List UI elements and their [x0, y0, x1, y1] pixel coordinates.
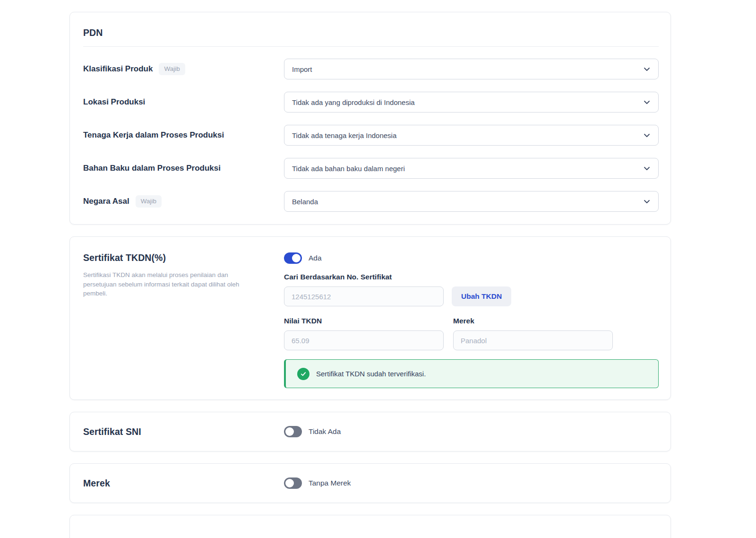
ubah-tkdn-button[interactable]: Ubah TKDN: [452, 286, 511, 306]
sni-toggle-label: Tidak Ada: [309, 427, 341, 436]
select-value: Belanda: [292, 198, 318, 206]
tkdn-description: Sertifikasi TKDN akan melalui proses pen…: [83, 270, 260, 298]
wajib-badge: Wajib: [159, 63, 185, 75]
toggle-knob: [285, 427, 294, 436]
pdn-section-title: PDN: [83, 27, 659, 38]
lokasi-produksi-label: Lokasi Produksi: [83, 97, 145, 107]
select-value: Tidak ada yang diproduksi di Indonesia: [292, 98, 415, 106]
form-row-bahan-baku: Bahan Baku dalam Proses Produksi Tidak a…: [83, 158, 659, 179]
form-row-negara-asal: Negara Asal Wajib Belanda: [83, 191, 659, 212]
field-label-group: Klasifikasi Produk Wajib: [83, 63, 284, 75]
toggle-knob: [292, 254, 301, 262]
check-circle-icon: [297, 368, 309, 380]
tkdn-toggle[interactable]: [284, 252, 302, 264]
product-form-page: PDN Klasifikasi Produk Wajib Import Loka…: [69, 0, 671, 538]
wajib-badge: Wajib: [136, 195, 162, 208]
form-row-klasifikasi-produk: Klasifikasi Produk Wajib Import: [83, 59, 659, 79]
chevron-down-icon: [643, 165, 651, 172]
merek-label: Merek: [453, 317, 613, 325]
sni-toggle[interactable]: [284, 426, 302, 437]
bahan-baku-label: Bahan Baku dalam Proses Produksi: [83, 164, 221, 173]
select-value: Import: [292, 65, 312, 73]
tkdn-verified-banner: Sertifikat TKDN sudah terverifikasi.: [284, 359, 659, 388]
klasifikasi-produk-label: Klasifikasi Produk: [83, 64, 153, 74]
klasifikasi-produk-select[interactable]: Import: [284, 59, 659, 79]
negara-asal-label: Negara Asal: [83, 197, 129, 206]
merek-title-column: Merek: [83, 478, 284, 489]
merek-field: Merek: [453, 317, 613, 350]
nilai-tkdn-label: Nilai TKDN: [284, 317, 444, 325]
merek-toggle[interactable]: [284, 477, 302, 489]
informasi-section-card: Informasi: [69, 515, 671, 538]
tkdn-section-card: Sertifikat TKDN(%) Sertifikasi TKDN akan…: [69, 236, 671, 400]
select-value: Tidak ada tenaga kerja Indonesia: [292, 131, 396, 139]
search-certificate-label: Cari Berdasarkan No. Sertifikat: [284, 273, 659, 281]
tkdn-toggle-label: Ada: [309, 254, 322, 262]
toggle-knob: [285, 479, 294, 487]
field-label-group: Tenaga Kerja dalam Proses Produksi: [83, 130, 284, 140]
nilai-tkdn-field: Nilai TKDN: [284, 317, 444, 350]
nilai-tkdn-input[interactable]: [284, 330, 444, 350]
bahan-baku-select[interactable]: Tidak ada bahan baku dalam negeri: [284, 158, 659, 179]
section-divider: [83, 46, 659, 47]
chevron-down-icon: [643, 198, 651, 205]
tenaga-kerja-select[interactable]: Tidak ada tenaga kerja Indonesia: [284, 125, 659, 146]
merek-input[interactable]: [453, 330, 613, 350]
sni-title-column: Sertifikat SNI: [83, 426, 284, 437]
merek-section-card: Merek Tanpa Merek: [69, 463, 671, 503]
tkdn-verified-message: Sertifikat TKDN sudah terverifikasi.: [316, 370, 426, 378]
chevron-down-icon: [643, 65, 651, 73]
tkdn-detail-fields: Nilai TKDN Merek: [284, 317, 659, 350]
tenaga-kerja-label: Tenaga Kerja dalam Proses Produksi: [83, 130, 224, 140]
tkdn-info-column: Sertifikat TKDN(%) Sertifikasi TKDN akan…: [83, 252, 284, 388]
tkdn-section-title: Sertifikat TKDN(%): [83, 252, 260, 263]
form-row-lokasi-produksi: Lokasi Produksi Tidak ada yang diproduks…: [83, 92, 659, 113]
field-label-group: Negara Asal Wajib: [83, 195, 284, 208]
field-label-group: Bahan Baku dalam Proses Produksi: [83, 164, 284, 173]
form-row-tenaga-kerja: Tenaga Kerja dalam Proses Produksi Tidak…: [83, 125, 659, 146]
tkdn-toggle-row: Ada: [284, 252, 659, 264]
merek-toggle-row: Tanpa Merek: [284, 477, 351, 489]
sni-section-title: Sertifikat SNI: [83, 426, 141, 437]
sni-section-card: Sertifikat SNI Tidak Ada: [69, 412, 671, 451]
chevron-down-icon: [643, 98, 651, 106]
negara-asal-select[interactable]: Belanda: [284, 191, 659, 212]
lokasi-produksi-select[interactable]: Tidak ada yang diproduksi di Indonesia: [284, 92, 659, 113]
chevron-down-icon: [643, 131, 651, 139]
field-label-group: Lokasi Produksi: [83, 97, 284, 107]
merek-toggle-label: Tanpa Merek: [309, 479, 351, 487]
certificate-number-input[interactable]: [284, 286, 444, 306]
merek-section-title: Merek: [83, 478, 110, 489]
select-value: Tidak ada bahan baku dalam negeri: [292, 165, 405, 173]
pdn-section-card: PDN Klasifikasi Produk Wajib Import Loka…: [69, 12, 671, 225]
tkdn-form-column: Ada Cari Berdasarkan No. Sertifikat Ubah…: [284, 252, 659, 388]
sni-toggle-row: Tidak Ada: [284, 426, 341, 437]
search-certificate-row: Ubah TKDN: [284, 286, 659, 306]
